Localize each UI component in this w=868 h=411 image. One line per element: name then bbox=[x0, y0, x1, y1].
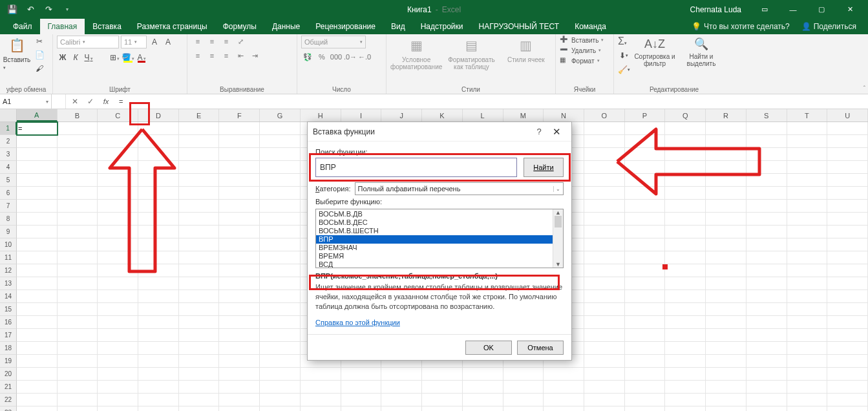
orientation-icon[interactable]: ⤢ bbox=[234, 36, 247, 47]
cell[interactable] bbox=[179, 200, 220, 213]
row-header[interactable]: 19 bbox=[0, 355, 17, 368]
dialog-help-icon[interactable]: ? bbox=[531, 127, 547, 136]
cell[interactable] bbox=[260, 264, 301, 277]
cell[interactable] bbox=[58, 329, 98, 342]
insert-function-icon[interactable]: fx bbox=[101, 98, 111, 105]
cell[interactable] bbox=[827, 226, 868, 238]
cell[interactable] bbox=[98, 368, 138, 381]
cell[interactable] bbox=[260, 394, 301, 406]
cell[interactable] bbox=[463, 406, 503, 411]
cell[interactable] bbox=[625, 290, 666, 303]
row-header[interactable]: 2 bbox=[0, 135, 17, 148]
tab-addins[interactable]: Надстройки bbox=[413, 19, 471, 34]
italic-button[interactable]: К bbox=[70, 51, 81, 64]
cell[interactable] bbox=[665, 406, 706, 411]
function-list-item[interactable]: ВОСЬМ.В.ДЕС bbox=[316, 218, 563, 227]
cell[interactable] bbox=[98, 394, 138, 406]
cell[interactable] bbox=[827, 122, 868, 135]
cell[interactable] bbox=[746, 161, 787, 174]
cell[interactable] bbox=[463, 394, 503, 406]
cell[interactable] bbox=[341, 368, 382, 381]
cell[interactable] bbox=[381, 368, 422, 381]
cell[interactable] bbox=[17, 394, 58, 406]
increase-font-icon[interactable]: A bbox=[149, 36, 160, 48]
cell[interactable] bbox=[98, 342, 138, 355]
function-list-item[interactable]: ВОСЬМ.В.ШЕСТН bbox=[316, 227, 563, 235]
column-header[interactable]: G bbox=[260, 109, 301, 121]
cell[interactable] bbox=[787, 213, 828, 226]
cell[interactable] bbox=[665, 329, 706, 342]
cell[interactable] bbox=[584, 277, 625, 290]
scroll-up-icon[interactable]: ▲ bbox=[555, 209, 561, 216]
cell[interactable] bbox=[746, 329, 787, 342]
save-icon[interactable]: 💾 bbox=[5, 3, 19, 17]
cell[interactable] bbox=[625, 251, 666, 264]
cell[interactable] bbox=[58, 316, 98, 329]
cell[interactable] bbox=[58, 161, 98, 174]
cell[interactable] bbox=[746, 394, 787, 406]
cell[interactable] bbox=[341, 381, 382, 394]
cell[interactable] bbox=[260, 303, 301, 316]
cell[interactable] bbox=[787, 187, 828, 200]
column-header[interactable]: R bbox=[706, 109, 746, 121]
sort-filter-button[interactable]: A↓ZСортировка и фильтр bbox=[633, 36, 676, 67]
cell[interactable] bbox=[58, 406, 98, 411]
column-header[interactable]: C bbox=[98, 109, 138, 121]
tab-insert[interactable]: Вставка bbox=[85, 19, 129, 34]
formula-input[interactable]: = bbox=[115, 94, 868, 109]
cell[interactable] bbox=[219, 251, 260, 264]
cell[interactable] bbox=[625, 122, 666, 135]
column-header[interactable]: K bbox=[422, 109, 463, 121]
cell[interactable] bbox=[625, 174, 666, 187]
cell[interactable] bbox=[584, 238, 625, 251]
cell[interactable] bbox=[98, 381, 138, 394]
cell[interactable] bbox=[260, 316, 301, 329]
cell[interactable] bbox=[301, 368, 341, 381]
cell[interactable] bbox=[98, 290, 138, 303]
cell[interactable] bbox=[787, 406, 828, 411]
dialog-titlebar[interactable]: Вставка функции ? ✕ bbox=[308, 122, 571, 142]
maximize-button[interactable]: ▢ bbox=[807, 0, 836, 19]
cell[interactable] bbox=[219, 238, 260, 251]
cell[interactable] bbox=[219, 122, 260, 135]
indent-increase-icon[interactable]: ⇥ bbox=[248, 50, 261, 61]
cell[interactable] bbox=[584, 394, 625, 406]
cell[interactable] bbox=[625, 226, 666, 238]
function-help-link[interactable]: Справка по этой функции bbox=[315, 319, 564, 330]
cell[interactable] bbox=[58, 342, 98, 355]
cell[interactable] bbox=[17, 381, 58, 394]
cell[interactable] bbox=[665, 394, 706, 406]
cell[interactable] bbox=[827, 251, 868, 264]
cell[interactable] bbox=[58, 187, 98, 200]
cell[interactable] bbox=[625, 135, 666, 148]
cell[interactable] bbox=[422, 381, 463, 394]
cell[interactable] bbox=[584, 368, 625, 381]
cell[interactable] bbox=[706, 213, 746, 226]
cell[interactable] bbox=[746, 238, 787, 251]
cell[interactable] bbox=[138, 226, 179, 238]
align-center-icon[interactable]: ≡ bbox=[206, 50, 218, 61]
cell[interactable] bbox=[463, 381, 503, 394]
cell[interactable] bbox=[706, 355, 746, 368]
dialog-close-icon[interactable]: ✕ bbox=[547, 126, 566, 138]
cell[interactable] bbox=[625, 394, 666, 406]
cell[interactable] bbox=[746, 148, 787, 161]
cell[interactable] bbox=[58, 368, 98, 381]
cell[interactable] bbox=[260, 161, 301, 174]
cell[interactable] bbox=[260, 290, 301, 303]
scroll-down-icon[interactable]: ▼ bbox=[555, 261, 561, 268]
row-header[interactable]: 6 bbox=[0, 187, 17, 200]
column-header[interactable]: D bbox=[138, 109, 179, 121]
cell[interactable] bbox=[625, 200, 666, 213]
row-header[interactable]: 18 bbox=[0, 342, 17, 355]
align-middle-icon[interactable]: ≡ bbox=[206, 36, 218, 47]
column-header[interactable]: B bbox=[58, 109, 98, 121]
cell[interactable] bbox=[219, 200, 260, 213]
enter-formula-icon[interactable]: ✓ bbox=[85, 97, 96, 106]
cell[interactable] bbox=[17, 135, 58, 148]
function-list-item[interactable]: ВОСЬМ.В.ДВ bbox=[316, 210, 563, 218]
cell[interactable] bbox=[665, 303, 706, 316]
tab-review[interactable]: Рецензирование bbox=[308, 19, 383, 34]
cell[interactable] bbox=[706, 200, 746, 213]
cell[interactable] bbox=[827, 406, 868, 411]
